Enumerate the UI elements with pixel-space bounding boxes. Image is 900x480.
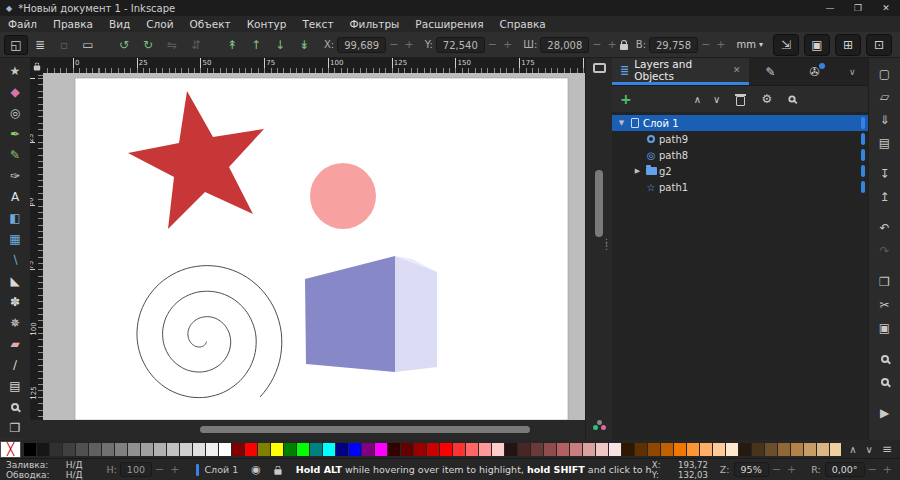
color-swatch-10[interactable] [154,443,166,456]
color-swatch-9[interactable] [141,443,153,456]
raise-button[interactable]: ↑ [244,35,268,55]
delete-item-button[interactable] [736,96,745,106]
color-swatch-50[interactable] [674,443,686,456]
tree-item-g2[interactable]: ▶g2 [612,163,868,179]
display-mode-icon[interactable] [593,63,606,73]
maximize-button[interactable]: ❐ [844,0,872,16]
scale-stroke-toggle[interactable]: ⇲ [773,34,799,56]
box3d-tool[interactable]: ◆ [2,81,28,102]
move-down-button[interactable]: ∨ [713,94,720,105]
color-swatch-48[interactable] [648,443,660,456]
color-swatch-54[interactable] [726,443,738,456]
calligraphy-tool[interactable]: ✑ [2,165,28,186]
opacity-plus[interactable]: + [170,463,179,476]
expander-icon[interactable]: ▼ [616,119,627,127]
color-swatch-32[interactable] [440,443,452,456]
close-button[interactable]: ✕ [872,0,900,16]
star-tool[interactable]: ★ [2,60,28,81]
color-swatch-22[interactable] [310,443,322,456]
width-field[interactable]: 28,008 [540,37,589,53]
eraser-tool[interactable]: ▰ [2,333,28,354]
palette-menu-icon[interactable]: ≡ [882,442,892,456]
new-document-button[interactable]: ▢ [871,62,899,85]
raise-to-top-button[interactable]: ↟ [220,35,244,55]
tweak-tool[interactable]: ✽ [2,291,28,312]
color-swatch-28[interactable] [388,443,400,456]
color-swatch-52[interactable] [700,443,712,456]
duplicate-button[interactable]: ❐ [871,270,899,293]
color-swatch-55[interactable] [739,443,751,456]
color-swatch-30[interactable] [414,443,426,456]
tab-export[interactable]: ✇ [793,58,837,85]
color-swatch-29[interactable] [401,443,413,456]
color-swatch-34[interactable] [466,443,478,456]
menu-item-7[interactable]: Фильтры [342,16,408,32]
x-field-plus[interactable]: + [404,38,413,51]
menu-item-5[interactable]: Контур [239,16,295,32]
width-field-minus[interactable]: − [592,38,601,51]
selection-rect-button[interactable]: ▭ [76,35,100,55]
tab-layers-objects[interactable]: ≣ Layers and Objects ✕ [612,58,749,85]
redo-button[interactable]: ↷ [871,239,899,262]
palette-scroll-down[interactable]: ∨ [866,444,873,455]
color-swatch-8[interactable] [128,443,140,456]
color-swatch-18[interactable] [258,443,270,456]
color-swatch-35[interactable] [479,443,491,456]
color-swatch-42[interactable] [570,443,582,456]
paste-button[interactable]: ▣ [871,316,899,339]
y-field[interactable]: 72,540 [436,37,485,53]
menu-item-9[interactable]: Справка [491,16,553,32]
color-swatch-4[interactable] [76,443,88,456]
menu-item-8[interactable]: Расширения [407,16,491,32]
tab-fill-stroke[interactable]: ✎ [749,58,793,85]
select-all-layers-button[interactable]: ≣ [28,35,52,55]
color-swatch-56[interactable] [752,443,764,456]
highlight-color-bar[interactable] [861,117,865,129]
move-patterns-toggle[interactable]: ⊡ [866,34,892,56]
zoom-plus[interactable]: + [787,463,796,476]
vertical-scrollbar[interactable] [595,170,603,237]
color-swatch-61[interactable] [817,443,829,456]
color-swatch-1[interactable] [37,443,49,456]
color-swatch-45[interactable] [609,443,621,456]
color-swatch-37[interactable] [505,443,517,456]
select-all-button[interactable]: ◱ [4,35,28,55]
color-swatch-14[interactable] [206,443,218,456]
measure-tool[interactable]: ▤ [2,375,28,396]
layer-visibility-icon[interactable]: ◉ [251,463,261,476]
save-document-button[interactable]: ⇓ [871,108,899,131]
color-swatch-47[interactable] [635,443,647,456]
x-field[interactable]: 99,689 [337,37,386,53]
rotate-ccw-button[interactable]: ↺ [112,35,136,55]
height-field-plus[interactable]: + [716,38,725,51]
palette-scroll-up[interactable]: ∧ [849,444,856,455]
units-dropdown[interactable]: mm ▾ [736,39,763,50]
width-field-plus[interactable]: + [608,38,617,51]
color-swatch-51[interactable] [687,443,699,456]
panel-resize-handle[interactable]: ⋮⋮ [602,240,611,248]
highlight-color-bar[interactable] [861,181,865,193]
tree-item-path8[interactable]: ◎path8 [612,147,868,163]
opacity-input[interactable]: 100 [120,462,152,477]
pen-tool[interactable]: ✒ [2,123,28,144]
rotate-cw-button[interactable]: ↻ [136,35,160,55]
color-swatch-25[interactable] [349,443,361,456]
x-field-minus[interactable]: − [389,38,398,51]
ruler-corner[interactable] [30,58,43,73]
tree-item-слой-1[interactable]: ▼Слой 1 [612,115,868,131]
export-button[interactable]: ↥ [871,185,899,208]
expander-icon[interactable]: ▶ [632,167,643,175]
color-swatch-7[interactable] [115,443,127,456]
zoom-input[interactable]: 95% [734,462,769,477]
text-tool[interactable]: A [2,186,28,207]
color-swatch-16[interactable] [232,443,244,456]
color-swatch-59[interactable] [791,443,803,456]
menu-item-6[interactable]: Текст [294,16,341,32]
scale-rect-corners-toggle[interactable]: ▣ [804,34,830,56]
no-color-swatch[interactable]: ╳ [0,441,21,458]
color-swatch-53[interactable] [713,443,725,456]
print-button[interactable]: ▤ [871,131,899,154]
tree-item-path9[interactable]: path9 [612,131,868,147]
move-up-button[interactable]: ∧ [694,94,701,105]
zoom-minus[interactable]: − [772,463,781,476]
